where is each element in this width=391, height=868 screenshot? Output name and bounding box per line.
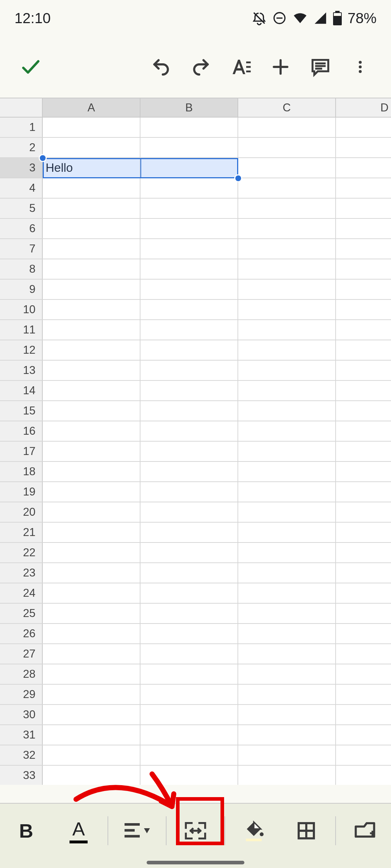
cell[interactable] bbox=[238, 766, 336, 785]
align-button[interactable] bbox=[114, 811, 161, 851]
cell[interactable] bbox=[140, 563, 238, 583]
column-header-D[interactable]: D bbox=[336, 98, 391, 117]
cell[interactable] bbox=[43, 138, 140, 157]
cell[interactable] bbox=[140, 219, 238, 238]
row-header[interactable]: 33 bbox=[0, 766, 43, 785]
cell[interactable] bbox=[43, 705, 140, 724]
row-header[interactable]: 32 bbox=[0, 745, 43, 765]
cell[interactable] bbox=[238, 502, 336, 522]
cell[interactable] bbox=[140, 705, 238, 724]
cell[interactable] bbox=[238, 178, 336, 198]
cell[interactable] bbox=[43, 624, 140, 643]
bold-button[interactable]: B bbox=[3, 811, 50, 851]
cell[interactable] bbox=[43, 482, 140, 502]
cell[interactable] bbox=[43, 442, 140, 461]
cell[interactable] bbox=[43, 604, 140, 623]
cell[interactable] bbox=[336, 361, 391, 380]
cell[interactable] bbox=[140, 158, 238, 178]
cell[interactable] bbox=[140, 421, 238, 441]
row-header[interactable]: 31 bbox=[0, 725, 43, 745]
cell[interactable] bbox=[43, 239, 140, 259]
cell[interactable] bbox=[43, 361, 140, 380]
row-header[interactable]: 1 bbox=[0, 118, 43, 137]
cell[interactable] bbox=[140, 118, 238, 137]
row-header[interactable]: 28 bbox=[0, 664, 43, 684]
undo-button[interactable] bbox=[141, 47, 181, 87]
cell[interactable] bbox=[140, 320, 238, 340]
cell[interactable] bbox=[336, 259, 391, 279]
cell[interactable] bbox=[238, 340, 336, 360]
cell[interactable] bbox=[43, 664, 140, 684]
cell[interactable] bbox=[238, 138, 336, 157]
borders-button[interactable] bbox=[283, 811, 330, 851]
merge-cells-button[interactable] bbox=[172, 811, 219, 851]
cell[interactable] bbox=[43, 644, 140, 664]
row-header[interactable]: 13 bbox=[0, 361, 43, 380]
row-header[interactable]: 17 bbox=[0, 442, 43, 461]
row-header[interactable]: 19 bbox=[0, 482, 43, 502]
cell[interactable] bbox=[238, 442, 336, 461]
cell[interactable] bbox=[336, 158, 391, 178]
cell[interactable] bbox=[43, 725, 140, 745]
row-header[interactable]: 5 bbox=[0, 199, 43, 218]
row-header[interactable]: 21 bbox=[0, 523, 43, 542]
cell[interactable] bbox=[238, 563, 336, 583]
cell[interactable] bbox=[43, 178, 140, 198]
column-header-B[interactable]: B bbox=[140, 98, 238, 117]
cell[interactable] bbox=[336, 138, 391, 157]
cell[interactable] bbox=[336, 725, 391, 745]
row-header[interactable]: 24 bbox=[0, 583, 43, 603]
cell[interactable] bbox=[43, 583, 140, 603]
select-all-corner[interactable] bbox=[0, 98, 43, 117]
cell[interactable] bbox=[238, 300, 336, 319]
comment-button[interactable] bbox=[300, 47, 340, 87]
row-header[interactable]: 10 bbox=[0, 300, 43, 319]
more-button[interactable] bbox=[340, 47, 380, 87]
cell[interactable] bbox=[140, 583, 238, 603]
cell[interactable] bbox=[336, 421, 391, 441]
cell[interactable] bbox=[238, 280, 336, 299]
cell[interactable] bbox=[238, 523, 336, 542]
cell[interactable] bbox=[140, 604, 238, 623]
cell[interactable] bbox=[336, 502, 391, 522]
row-header[interactable]: 18 bbox=[0, 462, 43, 481]
row-header[interactable]: 15 bbox=[0, 401, 43, 421]
sheet-tab-button[interactable] bbox=[341, 811, 388, 851]
row-header[interactable]: 7 bbox=[0, 239, 43, 259]
cell[interactable] bbox=[336, 563, 391, 583]
cell[interactable] bbox=[140, 644, 238, 664]
cell[interactable] bbox=[336, 199, 391, 218]
row-header[interactable]: 26 bbox=[0, 624, 43, 643]
cell[interactable] bbox=[43, 118, 140, 137]
cell[interactable] bbox=[238, 482, 336, 502]
row-header[interactable]: 6 bbox=[0, 219, 43, 238]
cell[interactable] bbox=[140, 664, 238, 684]
cell[interactable] bbox=[238, 664, 336, 684]
cell[interactable] bbox=[43, 259, 140, 279]
cell[interactable] bbox=[140, 178, 238, 198]
cell[interactable] bbox=[140, 401, 238, 421]
row-header[interactable]: 30 bbox=[0, 705, 43, 724]
cell[interactable] bbox=[336, 239, 391, 259]
cell[interactable] bbox=[238, 158, 336, 178]
cell[interactable] bbox=[336, 766, 391, 785]
cell[interactable] bbox=[238, 543, 336, 562]
cell[interactable] bbox=[336, 583, 391, 603]
cell[interactable] bbox=[140, 543, 238, 562]
row-header[interactable]: 29 bbox=[0, 685, 43, 704]
cell[interactable] bbox=[140, 138, 238, 157]
row-header[interactable]: 22 bbox=[0, 543, 43, 562]
cell[interactable] bbox=[43, 199, 140, 218]
row-header[interactable]: 2 bbox=[0, 138, 43, 157]
row-header[interactable]: 8 bbox=[0, 259, 43, 279]
cell[interactable] bbox=[336, 381, 391, 400]
cell[interactable] bbox=[43, 300, 140, 319]
cell[interactable] bbox=[140, 199, 238, 218]
column-header-A[interactable]: A bbox=[43, 98, 140, 117]
column-header-C[interactable]: C bbox=[238, 98, 336, 117]
cell[interactable] bbox=[238, 624, 336, 643]
cell[interactable] bbox=[140, 685, 238, 704]
cell[interactable] bbox=[336, 644, 391, 664]
row-header[interactable]: 25 bbox=[0, 604, 43, 623]
cell[interactable] bbox=[43, 421, 140, 441]
